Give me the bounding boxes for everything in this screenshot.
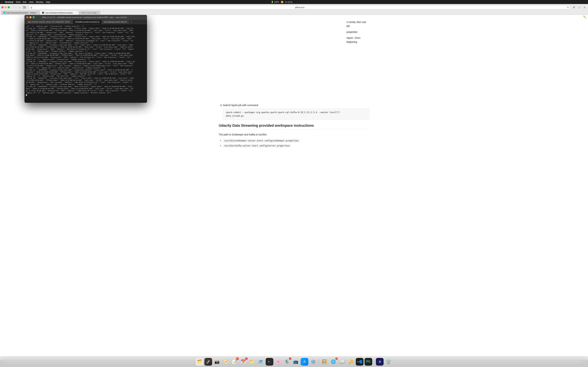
tab-label-udacity: Data Streaming Nanodegree - Udacity [6,12,36,14]
tab-error[interactable]: Failed to open page × [79,11,100,15]
apple-menu[interactable]:  [1,1,2,3]
terminal-output-line: {"crime_id": "183653404", "original_crim… [26,44,146,46]
terminal-output-line: {"crime_id": "183653368", "original_crim… [26,69,146,71]
terminal-output-line: {"crime_id": "183653382", "original_crim… [26,36,146,38]
zookeeper-path-item: /usr/bin/zookeeper-server-start config/z… [223,139,294,142]
ordered-list: Submit Spark job with command spark-subm… [219,103,294,120]
terminal-output-line: ", "agency_id": "1", "address_type": "In… [26,42,146,44]
menubar:  Terminal Shell Edit View Window Help 🔋… [0,0,294,4]
maximize-button[interactable] [8,6,10,8]
section-intro: The path to Zookeeper and Kafka is /usr/… [219,133,294,136]
terminal-output-line: te": "2018-12-31T00:00:00.000", "offense… [26,30,146,32]
terminal-body[interactable]: _id": "1", "address_type": "Intersection… [25,24,147,103]
terminal-output-line: "2018-12-31T21:54:00.000", "disposition"… [26,57,146,59]
menu-window[interactable]: Window [36,1,43,3]
terminal-output-line: 18-12-31T21:50:00.000", "disposition": "… [26,90,146,92]
close-button[interactable] [1,6,3,8]
terminal-window: kafka_2.12-2.4.0 — bin/kafka-console-con… [25,15,147,103]
terminal-output-line: date": "2018-12-31T00:00:00.000", "offen… [26,88,146,90]
terminal-output-line: y_id": "1", "address_type": "Premise Add… [26,50,146,53]
menu-help[interactable]: Help [46,1,50,3]
terminal-cursor-line [26,94,146,96]
menu-terminal[interactable]: Terminal [5,1,13,3]
kafka-path-item: /usr/bin/kafka-server-start config/serve… [223,144,294,148]
tab-udacity[interactable]: U Data Streaming Nanodegree - Udacity × [1,11,40,15]
terminal-output-line: -12-31T00:00:00.000", "offense_date": "2… [26,80,146,82]
terminal-title: kafka_2.12-2.4.0 — bin/kafka-console-con… [42,17,130,18]
terminal-output-line: -12-31T00:00:00.000", "offense_date": "2… [26,46,146,48]
terminal-minimize-button[interactable] [29,16,32,18]
tabs-row: U Data Streaming Nanodegree - Udacity × … [1,11,294,15]
time-display: Fri 22:21 [285,1,293,3]
battery-status: 🔋 100% [271,1,279,3]
terminal-output-line: {"crime_id": "183653360", "original_crim… [26,86,146,88]
terminal-output-line: te": "2018-12-31T00:00:00.000", "offense… [26,63,146,65]
readme-content: n conda, then use pip properties report … [219,20,294,148]
path-list: /usr/bin/zookeeper-server-start config/z… [223,139,294,148]
tab-label-github: marcusholmgren/statistical-analysis-spar… [45,12,75,14]
terminal-output-line: {"crime_id": "183653367", "original_crim… [26,61,146,63]
terminal-output-line: {"crime_id": "183653375", "original_crim… [26,77,146,80]
terminal-output-line: , "state": "CA", "agency_id": "1", "addr… [26,67,146,69]
menu-view[interactable]: View [29,1,34,3]
terminal-tab-zookeeper[interactable]: bin/zookeeper-server-start.sh [102,20,129,24]
list-item-4: Submit Spark job with command spark-subm… [223,103,294,120]
terminal-titlebar: kafka_2.12-2.4.0 — bin/kafka-console-con… [25,15,147,20]
content-area[interactable]: kafka_2.12-2.4.0 — bin/kafka-console-con… [0,15,294,184]
terminal-output-line: "agency_id": "1", "address_type": "Inter… [26,59,146,61]
url-text: github.com [33,6,294,8]
terminal-output-line: call_date": "2018-12-31T00:00:00.000", "… [26,55,146,57]
zookeeper-path: /usr/bin/zookeeper-server-start config/z… [223,139,294,142]
terminal-output-line: "agency_id": "1", "address_type": "Geo-O… [26,75,146,77]
terminal-output-line: A", "agency_id": "1", "address_type": "P… [26,84,146,86]
tab-close-udacity[interactable]: × [37,12,38,14]
browser-window: ‹ › 🔒 github.com ↻ ⬇ ☆ ≡ [0,4,294,184]
terminal-add-tab[interactable]: + [129,20,133,24]
terminal-maximize-button[interactable] [33,16,35,18]
spark-submit-command: spark-submit --packages org.apache.spark… [223,108,294,120]
terminal-output-line: -12-31T21:57:00.000", "disposition": "AD… [26,40,146,42]
terminal-output-line: {"crime_id": "183653381", "original_crim… [26,53,146,55]
svg-rect-1 [23,7,26,8]
tab-close-github[interactable]: × [76,12,77,14]
terminal-output-line: "agency_id": "1", "address_type": "Commo… [26,92,146,94]
svg-rect-2 [23,8,26,8]
section-title: Udacity Data Streaming provided workspac… [219,123,294,130]
terminal-close-button[interactable] [26,16,28,18]
minimize-button[interactable] [5,6,7,8]
terminal-window-controls [26,16,35,18]
terminal-tab-kafka-consumer[interactable]: bin/kafka-console-consumer.sh [73,20,102,24]
terminal-output-line: _id": "1", "address_type": "Intersection… [26,25,146,28]
menu-edit[interactable]: Edit [23,1,26,3]
terminal-output-line: 56:00.000", "disposition": "HAN", "addre… [26,48,146,50]
forward-button[interactable]: › [17,6,22,9]
terminal-output-line: ": "2018-12-31T00:00:00.000", "offense_d… [26,38,146,40]
address-bar[interactable]: 🔒 github.com ↻ [29,5,294,10]
tab-error-label: Failed to open page [81,12,96,14]
tab-favicon-github: G [42,12,44,14]
terminal-output-line: "2018-12-31T21:53:00.000", "disposition"… [26,73,146,75]
tab-github[interactable]: G marcusholmgren/statistical-analysis-sp… [40,11,78,15]
menu-shell[interactable]: Shell [16,1,20,3]
sidebar-toggle[interactable] [23,6,27,9]
terminal-output-line: 50:00.000", "disposition": "Not recorded… [26,82,146,84]
terminal-tabs-row: java -Xmx1G -Xms1G -server -XX:+UseG1GC … [25,20,147,24]
terminal-output-line: all_date": "2018-12-31T00:00:00.000", "o… [26,71,146,73]
wifi-icon: 📶 [281,1,283,3]
lock-icon: 🔒 [30,7,32,8]
terminal-tab-java[interactable]: java -Xmx1G -Xms1G -server -XX:+UseG1GC … [26,20,73,24]
browser-chrome: ‹ › 🔒 github.com ↻ ⬇ ☆ ≡ [0,4,294,15]
menubar-right: 🔋 100% 📶 Fri 22:21 [271,1,293,3]
terminal-output-line: -12-31T21:53:00.000", "disposition": "No… [26,65,146,67]
back-button[interactable]: ‹ [12,6,16,9]
tab-close-error[interactable]: × [97,12,98,14]
terminal-output-line: ency_id": "1", "address_type": "Intersec… [26,34,146,36]
svg-rect-0 [23,6,26,7]
tab-favicon-udacity: U [3,12,5,14]
terminal-output-line: {"crime_id": "183653377", "original_crim… [26,28,146,30]
window-controls [1,6,10,8]
terminal-output-line: -12-31T21:57:00.000", "disposition": "HA… [26,32,146,34]
kafka-path: /usr/bin/kafka-server-start config/serve… [223,144,291,147]
